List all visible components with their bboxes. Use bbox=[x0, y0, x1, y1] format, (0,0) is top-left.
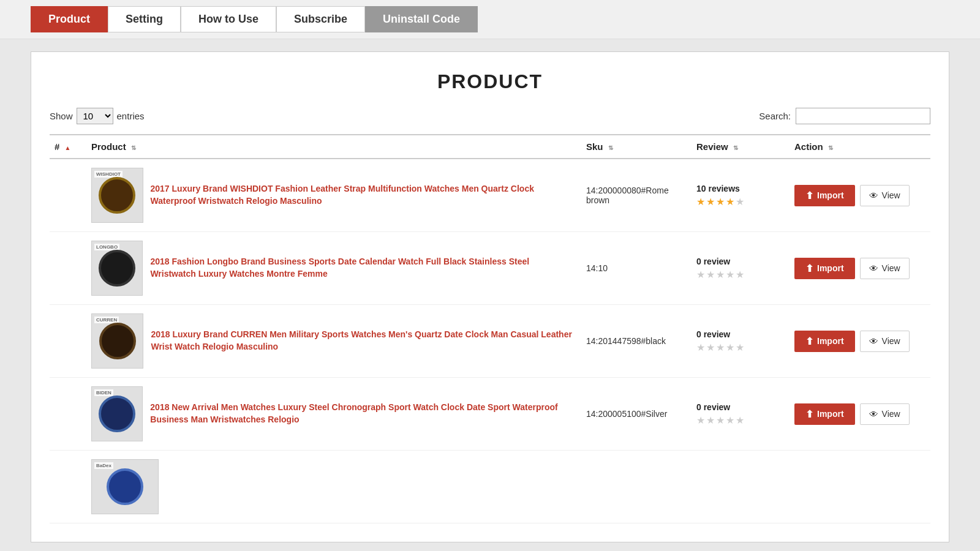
star-1: ★ bbox=[696, 414, 705, 426]
star-5: ★ bbox=[736, 414, 744, 426]
row-product-cell: BaDex bbox=[86, 451, 581, 523]
col-product[interactable]: Product ⇅ bbox=[86, 135, 581, 159]
table-row: CURREN 2018 Luxury Brand CURREN Men Mili… bbox=[50, 305, 930, 378]
star-3: ★ bbox=[716, 342, 725, 353]
view-button[interactable]: 👁 View bbox=[860, 331, 910, 352]
star-rating: ★★★★★ bbox=[696, 196, 785, 208]
product-name-link[interactable]: 2018 Luxury Brand CURREN Men Military Sp… bbox=[151, 329, 576, 353]
brand-label: BaDex bbox=[94, 462, 113, 469]
watch-face bbox=[99, 177, 135, 214]
tab-setting[interactable]: Setting bbox=[108, 6, 181, 32]
show-entries-control: Show 10 25 50 100 entries bbox=[50, 108, 145, 124]
import-label: Import bbox=[817, 190, 844, 200]
star-2: ★ bbox=[706, 342, 715, 353]
view-label: View bbox=[882, 263, 900, 273]
star-3: ★ bbox=[716, 196, 725, 208]
action-buttons: ⬆ Import 👁 View bbox=[794, 403, 925, 425]
table-row: WISHDIOT 2017 Luxury Brand WISHDIOT Fash… bbox=[50, 159, 930, 232]
row-index bbox=[50, 378, 86, 451]
page-title: PRODUCT bbox=[50, 70, 930, 93]
star-1: ★ bbox=[696, 269, 705, 280]
table-header-row: # ▲ Product ⇅ Sku ⇅ Review ⇅ Action ⇅ bbox=[50, 135, 930, 159]
product-table: # ▲ Product ⇅ Sku ⇅ Review ⇅ Action ⇅ bbox=[50, 134, 930, 523]
row-review: 0 review ★★★★★ bbox=[692, 305, 790, 378]
product-image: WISHDIOT bbox=[91, 168, 143, 223]
import-label: Import bbox=[817, 336, 844, 346]
star-5: ★ bbox=[736, 342, 744, 353]
sort-icon-product: ⇅ bbox=[131, 144, 136, 151]
star-2: ★ bbox=[706, 196, 715, 208]
row-product-cell: WISHDIOT 2017 Luxury Brand WISHDIOT Fash… bbox=[86, 159, 581, 232]
watch-face bbox=[99, 395, 135, 432]
show-label: Show bbox=[50, 111, 73, 121]
product-name-link[interactable]: 2017 Luxury Brand WISHDIOT Fashion Leath… bbox=[151, 183, 576, 207]
search-control: Search: bbox=[759, 108, 930, 124]
review-count: 10 reviews bbox=[696, 184, 785, 193]
sort-icon-action: ⇅ bbox=[828, 144, 833, 151]
eye-icon: 👁 bbox=[869, 190, 878, 201]
tab-product[interactable]: Product bbox=[31, 6, 108, 32]
table-row: LONGBO 2018 Fashion Longbo Brand Busines… bbox=[50, 232, 930, 305]
top-navigation: Product Setting How to Use Subscribe Uni… bbox=[0, 0, 980, 39]
row-action: ⬆ Import 👁 View bbox=[790, 305, 930, 378]
col-sku[interactable]: Sku ⇅ bbox=[581, 135, 692, 159]
product-name-link[interactable]: 2018 New Arrival Men Watches Luxury Stee… bbox=[150, 402, 576, 425]
import-icon: ⬆ bbox=[805, 335, 813, 347]
sort-icon-review: ⇅ bbox=[733, 144, 738, 151]
row-index bbox=[50, 451, 86, 523]
col-hash[interactable]: # ▲ bbox=[50, 135, 86, 159]
star-rating: ★★★★★ bbox=[696, 414, 785, 426]
search-input[interactable] bbox=[796, 108, 930, 124]
eye-icon: 👁 bbox=[869, 336, 878, 347]
row-sku: 14:10 bbox=[581, 232, 692, 305]
col-review[interactable]: Review ⇅ bbox=[692, 135, 790, 159]
sort-icon-hash: ▲ bbox=[65, 144, 71, 151]
review-count: 0 review bbox=[696, 329, 785, 339]
watch-face bbox=[107, 468, 143, 505]
row-index bbox=[50, 232, 86, 305]
product-image: LONGBO bbox=[91, 241, 143, 296]
import-button[interactable]: ⬆ Import bbox=[794, 258, 855, 279]
star-rating: ★★★★★ bbox=[696, 342, 785, 353]
row-product-cell: LONGBO 2018 Fashion Longbo Brand Busines… bbox=[86, 232, 581, 305]
row-product-cell: BIDEN 2018 New Arrival Men Watches Luxur… bbox=[86, 378, 581, 451]
product-image: BIDEN bbox=[91, 386, 143, 441]
star-4: ★ bbox=[726, 196, 734, 208]
star-4: ★ bbox=[726, 269, 734, 280]
view-label: View bbox=[882, 409, 900, 419]
view-button[interactable]: 👁 View bbox=[860, 185, 910, 206]
row-action: ⬆ Import 👁 View bbox=[790, 159, 930, 232]
import-icon: ⬆ bbox=[805, 263, 813, 274]
tab-subscribe[interactable]: Subscribe bbox=[276, 6, 365, 32]
action-buttons: ⬆ Import 👁 View bbox=[794, 258, 925, 279]
import-button[interactable]: ⬆ Import bbox=[794, 185, 855, 206]
watch-face bbox=[99, 250, 135, 287]
star-2: ★ bbox=[706, 414, 715, 426]
star-rating: ★★★★★ bbox=[696, 269, 785, 280]
table-row: BIDEN 2018 New Arrival Men Watches Luxur… bbox=[50, 378, 930, 451]
eye-icon: 👁 bbox=[869, 409, 878, 419]
star-4: ★ bbox=[726, 342, 734, 353]
main-content: PRODUCT Show 10 25 50 100 entries Search… bbox=[31, 51, 949, 542]
star-5: ★ bbox=[736, 269, 744, 280]
import-button[interactable]: ⬆ Import bbox=[794, 403, 855, 425]
search-label: Search: bbox=[759, 111, 791, 121]
row-index bbox=[50, 159, 86, 232]
tab-how-to-use[interactable]: How to Use bbox=[181, 6, 276, 32]
action-buttons: ⬆ Import 👁 View bbox=[794, 331, 925, 352]
import-button[interactable]: ⬆ Import bbox=[794, 331, 855, 352]
view-button[interactable]: 👁 View bbox=[860, 258, 910, 279]
tab-uninstall-code[interactable]: Uninstall Code bbox=[365, 6, 478, 32]
row-product-cell: CURREN 2018 Luxury Brand CURREN Men Mili… bbox=[86, 305, 581, 378]
row-sku: 14:200000080#Rome brown bbox=[581, 159, 692, 232]
star-5: ★ bbox=[736, 196, 744, 208]
entries-select[interactable]: 10 25 50 100 bbox=[77, 108, 113, 124]
entries-label: entries bbox=[117, 111, 145, 121]
col-action[interactable]: Action ⇅ bbox=[790, 135, 930, 159]
view-label: View bbox=[882, 190, 900, 200]
table-controls: Show 10 25 50 100 entries Search: bbox=[50, 108, 930, 124]
view-button[interactable]: 👁 View bbox=[860, 403, 910, 425]
import-label: Import bbox=[817, 409, 844, 419]
product-name-link[interactable]: 2018 Fashion Longbo Brand Business Sport… bbox=[150, 256, 576, 280]
star-4: ★ bbox=[726, 414, 734, 426]
